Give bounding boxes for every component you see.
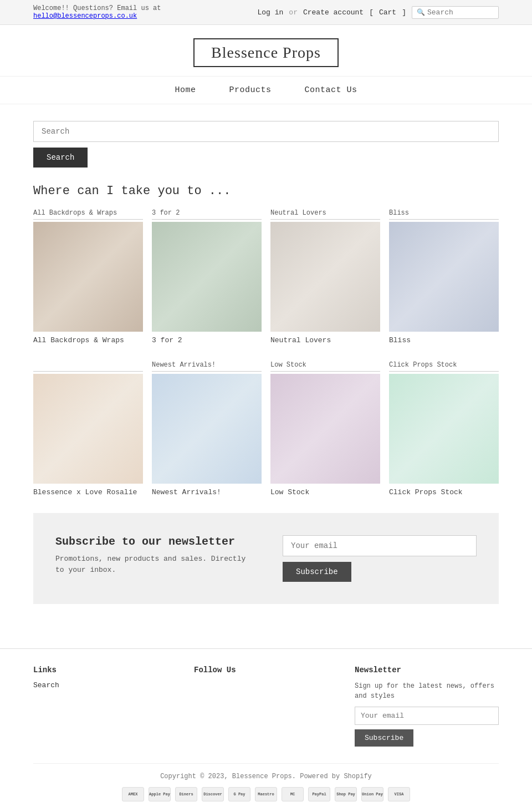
footer-follow-heading: Follow Us (194, 666, 338, 674)
top-bar: Welcome!! Questions? Email us at hello@b… (0, 0, 532, 25)
item-caption: 3 for 2 (152, 336, 262, 344)
section-heading: Where can I take you to ... (33, 184, 499, 198)
copyright-section: Copyright © 2023, Blessence Props. Power… (33, 763, 499, 807)
item-caption: Blessence x Love Rosalie (33, 488, 143, 496)
main-content: Search Where can I take you to ... All B… (0, 115, 532, 648)
item-image (389, 374, 499, 484)
footer-links-heading: Links (33, 666, 177, 674)
subscribe-heading: Subscribe to our newsletter (55, 535, 249, 548)
subscribe-description: Promotions, new products and sales. Dire… (55, 554, 249, 575)
footer-newsletter-description: Sign up for the latest news, offers and … (355, 681, 499, 701)
list-item[interactable]: Blessence x Love Rosalie (33, 361, 143, 496)
list-item[interactable]: All Backdrops & Wraps All Backdrops & Wr… (33, 209, 143, 344)
item-label-top: 3 for 2 (152, 209, 262, 220)
footer-subscribe-button[interactable]: Subscribe (355, 729, 413, 747)
footer-follow-col: Follow Us (194, 666, 338, 747)
item-caption: Click Props Stock (389, 488, 499, 496)
footer-newsletter-col: Newsletter Sign up for the latest news, … (355, 666, 499, 747)
payment-unionpay: Union Pay (361, 787, 383, 801)
item-label-top: Click Props Stock (389, 361, 499, 372)
top-search-input[interactable] (427, 8, 494, 17)
subscribe-right: Subscribe (283, 535, 477, 582)
payment-icons: AMEX Apple Pay Diners Discover G Pay Mae… (33, 787, 499, 801)
or-separator: or (289, 8, 298, 17)
item-label-top: Newest Arrivals! (152, 361, 262, 372)
subscribe-button[interactable]: Subscribe (283, 562, 351, 582)
item-caption: Neutral Lovers (270, 336, 380, 344)
item-image (152, 222, 262, 332)
item-image (33, 374, 143, 484)
top-bar-actions: Log in or Create account [ Cart ] 🔍 (258, 6, 499, 19)
subscribe-section: Subscribe to our newsletter Promotions, … (33, 513, 499, 604)
list-item[interactable]: Low Stock Low Stock (270, 361, 380, 496)
item-caption: Bliss (389, 336, 499, 344)
item-label-top: All Backdrops & Wraps (33, 209, 143, 220)
list-item[interactable]: Click Props Stock Click Props Stock (389, 361, 499, 496)
payment-diners: Diners (175, 787, 197, 801)
search-input[interactable] (33, 121, 499, 142)
footer-links-col: Links Search (33, 666, 177, 747)
subscribe-email-input[interactable] (283, 535, 477, 556)
item-image (389, 222, 499, 332)
list-item[interactable]: Bliss Bliss (389, 209, 499, 344)
item-label-top: Neutral Lovers (270, 209, 380, 220)
payment-applepay: Apple Pay (149, 787, 171, 801)
item-caption: Low Stock (270, 488, 380, 496)
item-caption: All Backdrops & Wraps (33, 336, 143, 344)
list-item[interactable]: Newest Arrivals! Newest Arrivals! (152, 361, 262, 496)
cart-link[interactable]: Cart (379, 8, 396, 17)
welcome-text: Welcome!! Questions? Email us at (33, 4, 161, 12)
payment-gpay: G Pay (228, 787, 250, 801)
payment-paypal: PayPal (308, 787, 330, 801)
search-icon: 🔍 (417, 8, 425, 17)
payment-visa: VISA (388, 787, 410, 801)
item-image (152, 374, 262, 484)
nav-home[interactable]: Home (175, 85, 196, 95)
site-logo: Blessence Props (193, 38, 339, 67)
payment-mastercard: MC (282, 787, 304, 801)
search-button[interactable]: Search (33, 148, 88, 168)
list-item[interactable]: Neutral Lovers Neutral Lovers (270, 209, 380, 344)
subscribe-left: Subscribe to our newsletter Promotions, … (55, 535, 249, 575)
logo-area: Blessence Props (0, 25, 532, 76)
nav-products[interactable]: Products (229, 85, 271, 95)
item-caption: Newest Arrivals! (152, 488, 262, 496)
payment-shoppay: Shop Pay (335, 787, 357, 801)
item-label-top (33, 361, 143, 372)
item-image (270, 374, 380, 484)
login-link[interactable]: Log in (258, 8, 284, 17)
payment-maestro: Maestro (255, 787, 277, 801)
footer-newsletter-heading: Newsletter (355, 666, 499, 674)
category-grid-row-2: Blessence x Love Rosalie Newest Arrivals… (33, 361, 499, 496)
logo-link[interactable]: Blessence Props (193, 51, 339, 60)
create-account-link[interactable]: Create account (303, 8, 364, 17)
category-grid-row-1: All Backdrops & Wraps All Backdrops & Wr… (33, 209, 499, 344)
item-label-top: Low Stock (270, 361, 380, 372)
cart-bracket-open: [ (369, 8, 374, 17)
cart-bracket-close: ] (402, 8, 406, 17)
nav-contact[interactable]: Contact Us (305, 85, 357, 95)
main-nav: Home Products Contact Us (0, 76, 532, 104)
item-label-top: Bliss (389, 209, 499, 220)
payment-amex: AMEX (122, 787, 144, 801)
search-box: Search (33, 121, 499, 168)
list-item[interactable]: 3 for 2 3 for 2 (152, 209, 262, 344)
copyright-text: Copyright © 2023, Blessence Props. Power… (160, 773, 372, 780)
footer-grid: Links Search Follow Us Newsletter Sign u… (33, 666, 499, 747)
item-image (33, 222, 143, 332)
footer-newsletter-email[interactable] (355, 707, 499, 725)
item-image (270, 222, 380, 332)
footer-search-link[interactable]: Search (33, 681, 177, 689)
welcome-message: Welcome!! Questions? Email us at hello@b… (33, 4, 161, 20)
top-search-form: 🔍 (412, 6, 499, 19)
contact-email[interactable]: hello@blessenceprops.co.uk (33, 12, 137, 20)
footer: Links Search Follow Us Newsletter Sign u… (0, 648, 532, 812)
payment-discover: Discover (202, 787, 224, 801)
